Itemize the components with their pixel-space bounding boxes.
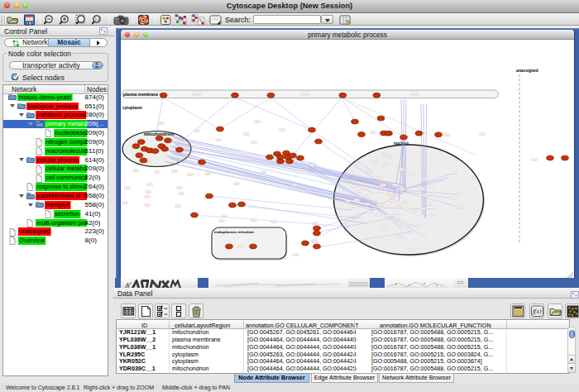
svg-text:unassigned: unassigned xyxy=(516,69,538,73)
svg-text:plasma membrane: plasma membrane xyxy=(123,93,158,97)
svg-text:endoplasmic reticulum: endoplasmic reticulum xyxy=(214,230,254,234)
svg-text:cytoplasm: cytoplasm xyxy=(122,106,142,110)
svg-text:nucleus: nucleus xyxy=(394,141,409,146)
svg-text:1:1: 1:1 xyxy=(94,17,100,22)
svg-text:f(x): f(x) xyxy=(533,308,542,315)
